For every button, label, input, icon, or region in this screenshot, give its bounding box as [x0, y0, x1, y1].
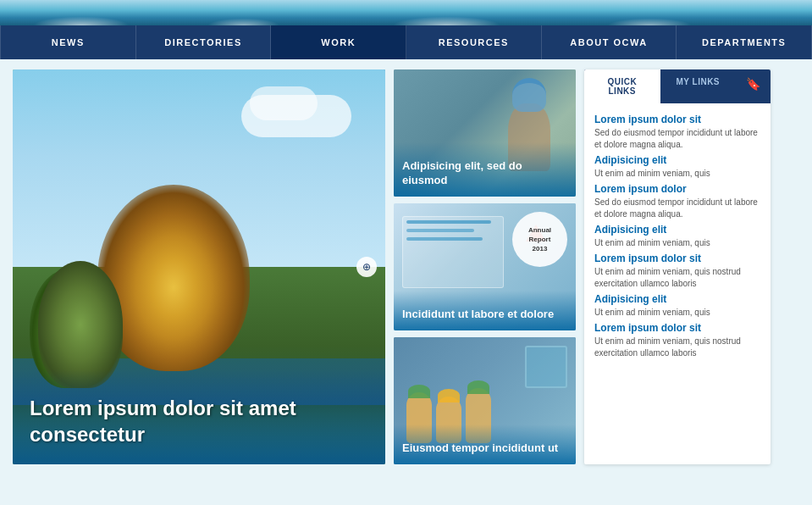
annual-report-badge: AnnualReport2013 [512, 212, 567, 267]
grid-line-2 [406, 229, 474, 232]
equipment [525, 346, 567, 388]
panel-item-3[interactable]: Eiusmod tempor incididunt ut [394, 337, 576, 464]
panel-overlay-2: Incididunt ut labore et dolore [394, 291, 576, 330]
ql-link-title-3[interactable]: Adipisicing elit [594, 224, 760, 236]
main-content: Lorem ipsum dolor sit amet consectetur ⊕… [0, 59, 812, 474]
ql-link-desc-5: Ut enim ad minim veniam, quis [594, 307, 760, 319]
panel-item-1[interactable]: Adipisicing elit, sed do eiusmod [394, 69, 576, 197]
panel-item-2[interactable]: AnnualReport2013 Incididunt ut labore et… [394, 203, 576, 330]
header-banner [0, 0, 812, 25]
bookmark-icon[interactable]: 🔖 [736, 69, 771, 103]
tab-quick-links[interactable]: QUICK LINKS [584, 69, 660, 103]
nav-item-directories[interactable]: DIRECTORIES [136, 25, 272, 59]
quick-links-content: Lorem ipsum dolor sit Sed do eiusmod tem… [584, 103, 771, 464]
panel-overlay-3: Eiusmod tempor incididunt ut [394, 425, 576, 464]
ql-link-desc-2: Sed do eiusmod tempor incididunt ut labo… [594, 197, 760, 220]
ql-link-desc-6: Ut enim ad minim veniam, quis nostrud ex… [594, 336, 760, 359]
featured-image-panel[interactable]: Lorem ipsum dolor sit amet consectetur ⊕ [13, 69, 385, 464]
ql-link-title-1[interactable]: Adipisicing elit [594, 154, 760, 166]
panel-title-3: Eiusmod tempor incididunt ut [402, 441, 567, 456]
ql-item-0: Lorem ipsum dolor sit Sed do eiusmod tem… [594, 114, 760, 151]
hat-1 [408, 385, 430, 398]
nav-item-about[interactable]: ABOUT OCWA [542, 25, 677, 59]
featured-overlay: Lorem ipsum dolor sit amet consectetur [13, 369, 385, 464]
hat-3 [467, 380, 489, 394]
tree-large [97, 185, 250, 371]
grid-line-1 [406, 220, 491, 224]
nav-item-resources[interactable]: RESOURCES [406, 25, 542, 59]
quick-links-panel: QUICK LINKS MY LINKS 🔖 Lorem ipsum dolor… [584, 69, 771, 464]
main-nav: NEWS DIRECTORIES WORK RESOURCES ABOUT OC… [0, 25, 812, 59]
ql-item-3: Adipisicing elit Ut enim ad minim veniam… [594, 224, 760, 249]
report-graphic [402, 216, 504, 288]
ql-link-desc-1: Ut enim ad minim veniam, quis [594, 168, 760, 180]
ql-link-desc-0: Sed do eiusmod tempor incididunt ut labo… [594, 127, 760, 151]
ql-link-desc-4: Ut enim ad minim veniam, quis nostrud ex… [594, 266, 760, 290]
featured-title: Lorem ipsum dolor sit amet consectetur [30, 395, 368, 447]
hard-hat [512, 78, 546, 112]
ql-link-title-2[interactable]: Lorem ipsum dolor [594, 183, 760, 195]
tab-my-links[interactable]: MY LINKS [660, 69, 737, 103]
nav-item-departments[interactable]: DEPARTMENTS [677, 25, 812, 59]
panel-overlay-1: Adipisicing elit, sed do eiusmod [394, 142, 576, 197]
panel-title-2: Incididunt ut labore et dolore [402, 308, 567, 322]
ql-item-2: Lorem ipsum dolor Sed do eiusmod tempor … [594, 183, 760, 220]
right-panels: Adipisicing elit, sed do eiusmod AnnualR… [394, 69, 576, 464]
ql-link-title-6[interactable]: Lorem ipsum dolor sit [594, 322, 760, 334]
nav-item-news[interactable]: NEWS [0, 25, 136, 59]
ql-link-title-0[interactable]: Lorem ipsum dolor sit [594, 114, 760, 125]
grid-line-3 [406, 237, 483, 241]
nav-item-work[interactable]: WORK [271, 25, 406, 59]
panel-title-1: Adipisicing elit, sed do eiusmod [402, 159, 567, 188]
ql-item-4: Lorem ipsum dolor sit Ut enim ad minim v… [594, 252, 760, 290]
zoom-icon[interactable]: ⊕ [356, 257, 377, 277]
cloud2 [250, 86, 318, 120]
ql-item-1: Adipisicing elit Ut enim ad minim veniam… [594, 154, 760, 180]
ql-link-title-5[interactable]: Adipisicing elit [594, 293, 760, 305]
ql-item-5: Adipisicing elit Ut enim ad minim veniam… [594, 293, 760, 319]
ql-link-desc-3: Ut enim ad minim veniam, quis [594, 237, 760, 249]
quick-links-tabs: QUICK LINKS MY LINKS 🔖 [584, 69, 771, 103]
ql-item-6: Lorem ipsum dolor sit Ut enim ad minim v… [594, 322, 760, 359]
hat-2 [438, 389, 460, 402]
ql-link-title-4[interactable]: Lorem ipsum dolor sit [594, 252, 760, 264]
